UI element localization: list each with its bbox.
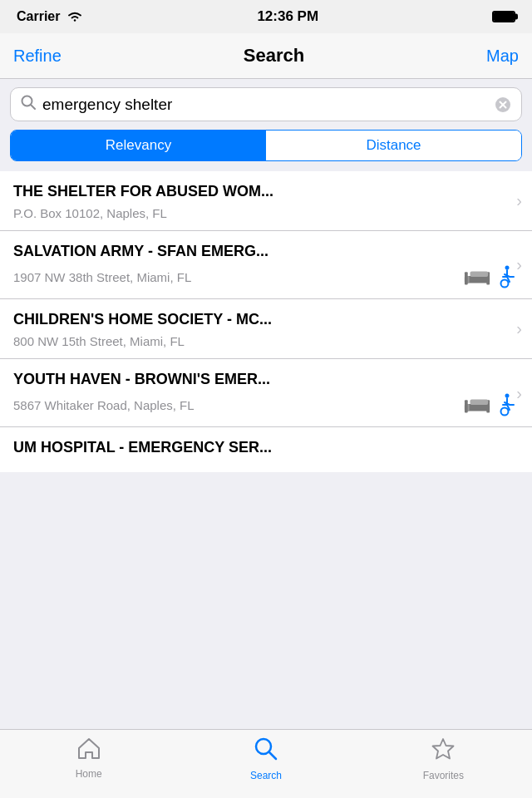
item-icons	[464, 265, 519, 288]
bed-icon	[464, 396, 490, 414]
nav-bar: Refine Search Map	[0, 33, 532, 79]
star-icon	[431, 736, 456, 767]
wheelchair-icon	[495, 265, 519, 288]
status-bar: Carrier 12:36 PM	[0, 0, 532, 33]
carrier-label: Carrier	[17, 9, 60, 24]
svg-point-18	[501, 408, 509, 416]
item-address: 5867 Whitaker Road, Naples, FL	[13, 398, 195, 412]
item-bottom: 1907 NW 38th Street, Miami, FL	[13, 265, 519, 288]
svg-rect-7	[465, 273, 468, 285]
svg-line-20	[268, 752, 276, 760]
list-item[interactable]: YOUTH HAVEN - BROWNI'S EMER... 5867 Whit…	[0, 359, 532, 428]
chevron-right-icon: ›	[516, 383, 522, 402]
item-title: THE SHELTER FOR ABUSED WOM...	[13, 183, 519, 201]
bed-icon	[464, 268, 490, 286]
item-address: P.O. Box 10102, Naples, FL	[13, 206, 167, 220]
svg-point-11	[501, 280, 509, 288]
distance-button[interactable]: Distance	[266, 131, 521, 160]
svg-point-10	[505, 266, 510, 270]
search-bar	[10, 87, 522, 121]
segmented-control: Relevancy Distance	[10, 130, 522, 161]
item-icons	[464, 393, 519, 416]
results-list: THE SHELTER FOR ABUSED WOM... P.O. Box 1…	[0, 171, 532, 729]
battery-icon	[492, 11, 515, 22]
svg-point-17	[505, 394, 510, 398]
search-magnifier-icon	[21, 95, 36, 114]
status-left: Carrier	[17, 9, 83, 24]
item-title: YOUTH HAVEN - BROWNI'S EMER...	[13, 371, 519, 389]
tab-favorites-label: Favorites	[423, 770, 464, 781]
item-title: UM HOSPITAL - EMERGENCY SER...	[13, 439, 519, 457]
svg-rect-16	[470, 400, 489, 406]
tab-home[interactable]: Home	[0, 736, 177, 780]
wheelchair-icon	[495, 393, 519, 416]
nav-title: Search	[244, 45, 304, 66]
tab-bar: Home Search Favorites	[0, 729, 532, 798]
list-item[interactable]: CHILDREN'S HOME SOCIETY - MC... 800 NW 1…	[0, 299, 532, 359]
relevancy-button[interactable]: Relevancy	[11, 131, 266, 160]
map-button[interactable]: Map	[486, 47, 519, 66]
chevron-right-icon: ›	[516, 255, 522, 274]
item-bottom: 5867 Whitaker Road, Naples, FL	[13, 393, 519, 416]
list-item[interactable]: SALVATION ARMY - SFAN EMERG... 1907 NW 3…	[0, 231, 532, 300]
search-input[interactable]	[42, 96, 488, 114]
search-bar-container	[0, 79, 532, 130]
item-title: SALVATION ARMY - SFAN EMERG...	[13, 243, 519, 261]
tab-search[interactable]: Search	[177, 736, 354, 781]
list-item[interactable]: UM HOSPITAL - EMERGENCY SER...	[0, 427, 532, 472]
main-content: Relevancy Distance THE SHELTER FOR ABUSE…	[0, 79, 532, 729]
chevron-right-icon: ›	[516, 319, 522, 338]
battery-fill	[494, 12, 514, 21]
list-container: THE SHELTER FOR ABUSED WOM... P.O. Box 1…	[0, 171, 532, 472]
tab-search-label: Search	[250, 770, 282, 781]
svg-line-1	[31, 105, 35, 109]
search-tab-icon	[254, 736, 278, 767]
chevron-right-icon: ›	[516, 191, 522, 210]
wifi-icon	[66, 11, 83, 22]
clear-search-button[interactable]	[495, 96, 511, 113]
refine-button[interactable]: Refine	[13, 47, 62, 66]
item-title: CHILDREN'S HOME SOCIETY - MC...	[13, 311, 519, 329]
item-bottom: P.O. Box 10102, Naples, FL	[13, 206, 519, 220]
tab-favorites[interactable]: Favorites	[355, 736, 532, 781]
status-right	[492, 11, 515, 22]
home-icon	[76, 736, 101, 766]
tab-home-label: Home	[76, 768, 102, 780]
item-address: 1907 NW 38th Street, Miami, FL	[13, 270, 191, 284]
item-address: 800 NW 15th Street, Miami, FL	[13, 334, 185, 348]
item-bottom: 800 NW 15th Street, Miami, FL	[13, 334, 519, 348]
svg-rect-9	[470, 272, 489, 278]
list-item[interactable]: THE SHELTER FOR ABUSED WOM... P.O. Box 1…	[0, 171, 532, 231]
status-time: 12:36 PM	[257, 8, 318, 25]
svg-rect-14	[465, 401, 468, 413]
